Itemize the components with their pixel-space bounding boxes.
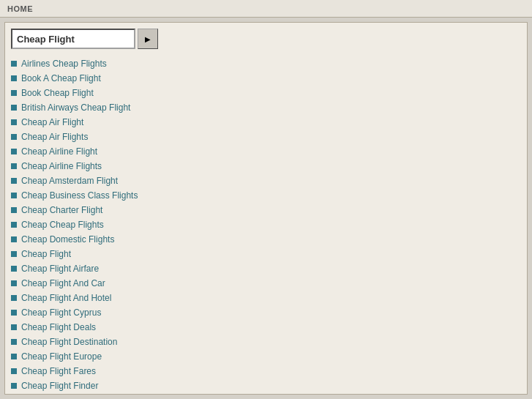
- main-container: ▶ Airlines Cheap FlightsBook A Cheap Fli…: [4, 22, 528, 395]
- list-item-link[interactable]: Cheap Flight Fares: [21, 365, 96, 378]
- list-item: Cheap Flight And Car: [11, 276, 521, 291]
- list-item-link[interactable]: Cheap Amsterdam Flight: [21, 174, 118, 187]
- list-item-link[interactable]: Cheap Flight Airfare: [21, 262, 99, 275]
- bullet-icon: [11, 75, 17, 81]
- list-item: British Airways Cheap Flight: [11, 100, 521, 115]
- bullet-icon: [11, 324, 17, 330]
- bullet-icon: [11, 178, 17, 184]
- bullet-icon: [11, 310, 17, 316]
- bullet-icon: [11, 105, 17, 111]
- bullet-icon: [11, 339, 17, 345]
- home-label: HOME: [7, 4, 33, 13]
- list-item-link[interactable]: Book A Cheap Flight: [21, 72, 101, 85]
- list-item: Cheap Flight Destination: [11, 335, 521, 349]
- list-item-link[interactable]: Cheap Domestic Flights: [21, 233, 114, 246]
- list-item: Cheap Flight And Hotel: [11, 291, 521, 305]
- list-item: Cheap Business Class Flights: [11, 188, 521, 203]
- bullet-icon: [11, 163, 17, 169]
- bullet-icon: [11, 207, 17, 213]
- bullet-icon: [11, 354, 17, 359]
- bullet-icon: [11, 383, 17, 389]
- list-item: Cheap Flight From: [11, 393, 521, 395]
- list-item: Cheap Flight Deals: [11, 320, 521, 335]
- bullet-icon: [11, 368, 17, 374]
- list-item: Cheap Flight Cyprus: [11, 305, 521, 320]
- list-item-link[interactable]: Cheap Air Flights: [21, 130, 88, 143]
- bullet-icon: [11, 90, 17, 96]
- bullet-icon: [11, 193, 17, 198]
- list-item: Airlines Cheap Flights: [11, 56, 521, 71]
- list-item-link[interactable]: Cheap Flight From: [21, 394, 94, 395]
- list-item: Cheap Flight Finder: [11, 379, 521, 393]
- list-item-link[interactable]: Airlines Cheap Flights: [21, 57, 107, 70]
- list-item: Cheap Charter Flight: [11, 203, 521, 217]
- links-list: Airlines Cheap FlightsBook A Cheap Fligh…: [11, 56, 521, 395]
- bullet-icon: [11, 119, 17, 125]
- list-item-link[interactable]: Cheap Flight Europe: [21, 350, 102, 363]
- list-item-link[interactable]: Cheap Flight Finder: [21, 379, 98, 392]
- search-box: ▶: [11, 29, 158, 49]
- list-item: Cheap Air Flight: [11, 115, 521, 130]
- bullet-icon: [11, 251, 17, 257]
- list-item: Cheap Domestic Flights: [11, 232, 521, 247]
- list-item: Cheap Flight Fares: [11, 364, 521, 379]
- list-item-link[interactable]: Cheap Business Class Flights: [21, 189, 138, 202]
- list-item: Cheap Airline Flights: [11, 159, 521, 174]
- search-button[interactable]: ▶: [138, 29, 158, 49]
- list-item-link[interactable]: Cheap Flight And Car: [21, 277, 105, 290]
- list-item-link[interactable]: Cheap Flight Deals: [21, 321, 96, 334]
- list-item-link[interactable]: Cheap Flight Cyprus: [21, 306, 101, 319]
- list-item-link[interactable]: Cheap Airline Flights: [21, 160, 102, 173]
- bullet-icon: [11, 222, 17, 228]
- list-item: Cheap Amsterdam Flight: [11, 174, 521, 188]
- list-item-link[interactable]: Cheap Cheap Flights: [21, 218, 104, 231]
- bullet-icon: [11, 295, 17, 301]
- bullet-icon: [11, 149, 17, 154]
- list-item-link[interactable]: Cheap Flight: [21, 247, 71, 261]
- list-item-link[interactable]: Cheap Charter Flight: [21, 204, 102, 217]
- search-input[interactable]: [11, 29, 135, 49]
- list-item: Cheap Flight Airfare: [11, 261, 521, 276]
- bullet-icon: [11, 266, 17, 272]
- list-item: Book A Cheap Flight: [11, 71, 521, 86]
- list-item-link[interactable]: British Airways Cheap Flight: [21, 101, 130, 114]
- list-item: Book Cheap Flight: [11, 86, 521, 100]
- bullet-icon: [11, 61, 17, 67]
- bullet-icon: [11, 280, 17, 286]
- list-item: Cheap Airline Flight: [11, 144, 521, 159]
- list-item-link[interactable]: Cheap Flight Destination: [21, 335, 117, 348]
- list-item: Cheap Flight: [11, 247, 521, 261]
- list-item: Cheap Cheap Flights: [11, 217, 521, 232]
- list-item-link[interactable]: Cheap Airline Flight: [21, 145, 97, 158]
- list-item-link[interactable]: Book Cheap Flight: [21, 86, 94, 100]
- list-item: Cheap Air Flights: [11, 130, 521, 144]
- list-item-link[interactable]: Cheap Air Flight: [21, 116, 83, 129]
- list-item-link[interactable]: Cheap Flight And Hotel: [21, 291, 111, 305]
- bullet-icon: [11, 134, 17, 140]
- top-bar: HOME: [0, 0, 532, 18]
- list-item: Cheap Flight Europe: [11, 349, 521, 364]
- bullet-icon: [11, 236, 17, 242]
